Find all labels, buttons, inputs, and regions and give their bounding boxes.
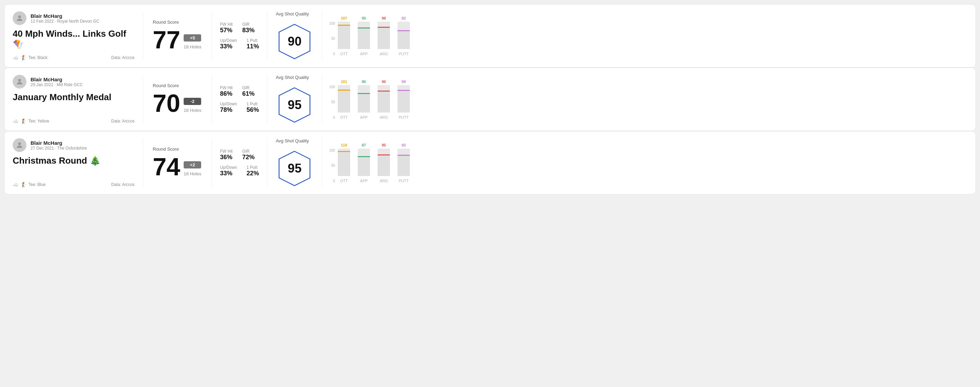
y-label-100: 100 [329, 22, 335, 25]
oneputt-value: 56% [247, 106, 259, 114]
y-label-0: 0 [329, 179, 335, 183]
bar-group-app: 86 APP [358, 79, 370, 119]
round-card-3: Blair McHarg 27 Dec 2021 · The Oxfordshi… [4, 131, 976, 195]
player-date-course: 27 Dec 2021 · The Oxfordshire [30, 146, 87, 151]
score-section: Round Score 74 +2 18 Holes [143, 138, 212, 187]
bar-xlabel-ott: OTT [340, 115, 348, 119]
bar-track-app [358, 85, 370, 113]
bar-marker-putt [398, 30, 410, 31]
bar-xlabel-app: APP [360, 52, 368, 56]
bar-fill-app [358, 27, 370, 49]
person-icon [16, 141, 24, 149]
score-label: Round Score [153, 83, 202, 88]
quality-section: Avg Shot Quality 90 [267, 11, 322, 60]
updown-value: 33% [220, 170, 237, 177]
bar-marker-putt [398, 90, 410, 91]
player-info: Blair McHarg 27 Dec 2021 · The Oxfordshi… [13, 138, 135, 152]
bar-xlabel-ott: OTT [340, 179, 348, 183]
tee-info: ☁️ 🏌 Tee: Blue [13, 182, 46, 187]
stats-row-top: FW Hit 86% GIR 61% [220, 86, 259, 97]
holes-label: 18 Holes [184, 108, 201, 113]
bar-fill-putt [398, 30, 410, 49]
round-title: 40 Mph Winds... Links Golf 🪁 [13, 29, 135, 50]
tee-info: ☁️ 🏌 Tee: Yellow [13, 118, 49, 124]
bars-container: 107 OTT 95 APP [338, 16, 410, 56]
oneputt-label: 1 Putt [247, 102, 259, 106]
player-details: Blair McHarg 29 Jan 2022 · Mill Ride GCC [30, 76, 83, 87]
y-label-0: 0 [329, 116, 335, 119]
bar-marker-app [358, 27, 370, 29]
svg-point-2 [18, 79, 21, 82]
player-name: Blair McHarg [30, 76, 83, 82]
bar-track-ott [338, 22, 350, 49]
bar-marker-ott [338, 151, 350, 152]
stats-section: FW Hit 86% GIR 61% Up/Down 78% 1 Putt 56… [212, 75, 267, 124]
data-source: Data: Arccos [111, 55, 135, 60]
score-meta: +5 18 Holes [184, 34, 201, 52]
tee-label: Tee: Yellow [29, 119, 49, 124]
stats-section: FW Hit 36% GIR 72% Up/Down 33% 1 Putt 22… [212, 138, 267, 187]
bar-marker-arg [378, 90, 390, 92]
bar-xlabel-app: APP [360, 115, 368, 119]
oneputt-value: 22% [247, 170, 259, 177]
bar-xlabel-putt: PUTT [399, 179, 409, 183]
fw-hit-label: FW Hit [220, 149, 233, 154]
chart-wrapper: 100 50 0 101 OTT 86 [329, 79, 962, 119]
fw-hit-value: 86% [220, 90, 233, 97]
bar-marker-putt [398, 155, 410, 156]
bar-fill-app [358, 156, 370, 176]
quality-label: Avg Shot Quality [276, 11, 309, 16]
stats-row-bottom: Up/Down 78% 1 Putt 56% [220, 102, 259, 114]
person-icon [16, 78, 24, 86]
hex-score: 95 [288, 98, 301, 112]
cloud-icon: ☁️ [13, 55, 19, 60]
bar-group-app: 95 APP [358, 16, 370, 56]
round-left-section: Blair McHarg 29 Jan 2022 · Mill Ride GCC… [13, 75, 143, 124]
quality-section: Avg Shot Quality 95 [267, 138, 322, 187]
bar-fill-ott [338, 90, 350, 113]
hex-wrapper: 95 [276, 86, 313, 124]
oneputt-label: 1 Putt [247, 38, 259, 43]
gir-stat: GIR 72% [242, 149, 255, 161]
gir-value: 72% [242, 154, 255, 161]
chart-y-labels: 100 50 0 [329, 149, 335, 183]
bar-marker-app [358, 93, 370, 94]
stats-section: FW Hit 57% GIR 83% Up/Down 33% 1 Putt 11… [212, 11, 267, 60]
bar-group-putt: 82 PUTT [398, 16, 410, 56]
avatar [13, 11, 26, 25]
bar-track-putt [398, 22, 410, 49]
cloud-icon: ☁️ [13, 118, 19, 124]
tee-label: Tee: Blue [29, 182, 46, 187]
svg-point-4 [18, 143, 21, 145]
cloud-icon: ☁️ [13, 182, 19, 187]
bar-fill-ott [338, 151, 350, 176]
stats-row-bottom: Up/Down 33% 1 Putt 11% [220, 38, 259, 50]
bar-marker-arg [378, 27, 390, 28]
quality-section: Avg Shot Quality 95 [267, 75, 322, 124]
chart-y-labels: 100 50 0 [329, 85, 335, 119]
bar-track-arg [378, 149, 390, 176]
bar-xlabel-arg: ARG [380, 115, 388, 119]
bar-track-arg [378, 22, 390, 49]
hex-score: 95 [288, 161, 301, 176]
chart-section: 100 50 0 110 OTT 87 [322, 138, 967, 187]
player-details: Blair McHarg 27 Dec 2021 · The Oxfordshi… [30, 140, 87, 151]
chart-wrapper: 100 50 0 107 OTT 95 [329, 16, 962, 56]
score-row: 77 +5 18 Holes [153, 27, 202, 52]
oneputt-value: 11% [247, 43, 259, 50]
bar-fill-arg [378, 154, 390, 176]
bar-fill-arg [378, 27, 390, 49]
bar-marker-app [358, 156, 370, 157]
bar-track-ott [338, 149, 350, 176]
hex-wrapper: 90 [276, 23, 313, 60]
score-meta: +2 18 Holes [184, 161, 201, 179]
round-card-2: Blair McHarg 29 Jan 2022 · Mill Ride GCC… [4, 68, 976, 131]
bar-group-app: 87 APP [358, 143, 370, 183]
bar-xlabel-app: APP [360, 179, 368, 183]
round-title: January Monthly Medal [13, 92, 135, 103]
big-score: 70 [153, 91, 180, 116]
gir-stat: GIR 61% [242, 86, 255, 97]
score-section: Round Score 70 -2 18 Holes [143, 75, 212, 124]
score-badge: +2 [184, 161, 201, 168]
gir-stat: GIR 83% [242, 22, 255, 34]
